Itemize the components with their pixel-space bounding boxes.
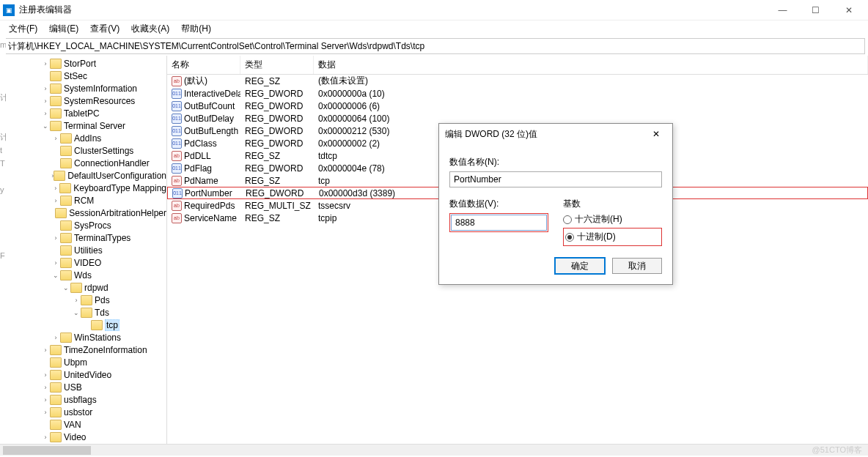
folder-icon <box>59 183 71 193</box>
tree-item[interactable]: Utilities <box>0 244 166 256</box>
folder-icon <box>60 133 72 144</box>
list-row[interactable]: ab(默认)REG_SZ(数值未设置) <box>167 75 868 87</box>
value-icon: 011 <box>172 101 182 111</box>
radio-hex[interactable]: 十六进制(H) <box>563 213 662 226</box>
folder-icon <box>60 270 72 280</box>
menu-edit[interactable]: 编辑(E) <box>45 21 83 37</box>
minimize-button[interactable]: — <box>766 0 799 21</box>
folder-icon <box>50 121 62 131</box>
folder-icon <box>50 345 62 355</box>
tree-item[interactable]: Ubpm <box>0 356 166 368</box>
folder-icon <box>60 258 72 268</box>
address-text: 计算机\HKEY_LOCAL_MACHINE\SYSTEM\CurrentCon… <box>8 40 424 53</box>
radio-dec[interactable]: 十进制(D) <box>565 231 660 243</box>
tree-item[interactable]: ⌄rdpwd <box>0 281 166 294</box>
base-label: 基数 <box>563 198 662 210</box>
tree-item[interactable]: ⌄Wds <box>0 269 166 281</box>
value-icon: 011 <box>172 138 182 149</box>
value-icon: 011 <box>172 188 183 198</box>
value-data-input[interactable] <box>451 215 547 231</box>
watermark: @51CTO博客 <box>812 445 862 456</box>
menu-file[interactable]: 文件(F) <box>4 21 42 37</box>
tree-item[interactable]: ›usbflags <box>0 393 166 406</box>
tree-item[interactable]: ConnectionHandler <box>0 157 166 169</box>
tree-item[interactable]: ›KeyboardType Mapping <box>0 182 166 194</box>
cancel-button[interactable]: 取消 <box>612 258 662 274</box>
tree-item[interactable]: ›WalletService <box>0 443 166 444</box>
tree-item[interactable]: ›Video <box>0 431 166 443</box>
tree-item[interactable]: ›StorPort <box>0 57 166 70</box>
maximize-button[interactable]: ☐ <box>799 0 832 21</box>
tree-item[interactable]: ›SystemInformation <box>0 82 166 94</box>
titlebar: ▣ 注册表编辑器 — ☐ ✕ <box>0 0 868 21</box>
folder-icon <box>60 158 72 168</box>
value-icon: 011 <box>172 89 182 99</box>
window-title: 注册表编辑器 <box>19 4 766 16</box>
list-row[interactable]: 011InteractiveDelayREG_DWORD0x0000000a (… <box>167 87 868 100</box>
tree-item[interactable]: ⌄Terminal Server <box>0 119 166 132</box>
tree-item[interactable]: StSec <box>0 70 166 82</box>
value-icon: ab <box>172 201 182 211</box>
folder-icon <box>50 382 62 393</box>
value-name-input[interactable] <box>449 171 662 187</box>
folder-icon <box>50 71 62 81</box>
tree-item[interactable]: SysProcs <box>0 219 166 231</box>
value-icon: ab <box>172 151 182 161</box>
folder-icon <box>50 420 62 430</box>
value-icon: ab <box>172 176 182 186</box>
tree-item[interactable]: tcp <box>0 319 166 331</box>
folder-icon <box>55 208 67 218</box>
ok-button[interactable]: 确定 <box>555 258 605 274</box>
menu-favorites[interactable]: 收藏夹(A) <box>127 21 174 37</box>
tree-item[interactable]: ›RCM <box>0 194 166 207</box>
folder-icon <box>50 96 62 106</box>
tree-item[interactable]: ›WinStations <box>0 331 166 343</box>
col-name[interactable]: 名称 <box>167 56 240 74</box>
tree-item[interactable]: ›TerminalTypes <box>0 231 166 244</box>
tree-item[interactable]: ›Pds <box>0 294 166 306</box>
col-data[interactable]: 数据 <box>314 56 868 74</box>
value-icon: ab <box>172 76 182 86</box>
folder-icon <box>54 171 65 181</box>
tree-item[interactable]: ›USB <box>0 381 166 393</box>
tree-item[interactable]: SessionArbitrationHelper <box>0 207 166 219</box>
dialog-close-button[interactable]: ✕ <box>646 129 666 139</box>
folder-icon <box>81 308 92 318</box>
folder-icon <box>91 320 103 330</box>
folder-icon <box>50 108 62 119</box>
horizontal-scrollbar[interactable] <box>0 444 868 456</box>
folder-icon <box>81 295 92 305</box>
tree-item[interactable]: ClusterSettings <box>0 144 166 157</box>
value-name-label: 数值名称(N): <box>449 156 662 168</box>
value-icon: 011 <box>172 163 182 174</box>
folder-icon <box>50 432 62 442</box>
tree-item[interactable]: ›TimeZoneInformation <box>0 343 166 356</box>
close-button[interactable]: ✕ <box>832 0 865 21</box>
tree-pane[interactable]: ›StorPortStSec›SystemInformation›SystemR… <box>0 56 167 444</box>
menubar: 文件(F) 编辑(E) 查看(V) 收藏夹(A) 帮助(H) <box>0 21 868 37</box>
tree-item[interactable]: ⌄Tds <box>0 306 166 319</box>
menu-view[interactable]: 查看(V) <box>86 21 124 37</box>
tree-item[interactable]: ›UnitedVideo <box>0 368 166 381</box>
folder-icon <box>50 83 62 94</box>
tree-item[interactable]: ›usbstor <box>0 406 166 418</box>
menu-help[interactable]: 帮助(H) <box>177 21 216 37</box>
list-row[interactable]: 011OutBufCountREG_DWORD0x00000006 (6) <box>167 100 868 112</box>
tree-item[interactable]: VAN <box>0 418 166 431</box>
folder-icon <box>70 283 82 293</box>
address-bar[interactable]: 计算机\HKEY_LOCAL_MACHINE\SYSTEM\CurrentCon… <box>3 38 865 54</box>
tree-item[interactable]: ›DefaultUserConfiguration <box>0 169 166 182</box>
col-type[interactable]: 类型 <box>240 56 314 74</box>
value-icon: 011 <box>172 114 182 124</box>
tree-item[interactable]: ›TabletPC <box>0 107 166 119</box>
folder-icon <box>50 395 62 405</box>
tree-item[interactable]: ›SystemResources <box>0 94 166 107</box>
tree-item[interactable]: ›AddIns <box>0 132 166 144</box>
folder-icon <box>60 220 72 231</box>
list-header: 名称 类型 数据 <box>167 56 868 75</box>
folder-icon <box>60 233 72 243</box>
folder-icon <box>50 370 62 380</box>
folder-icon <box>50 407 62 417</box>
app-icon: ▣ <box>3 4 15 16</box>
tree-item[interactable]: ›VIDEO <box>0 256 166 269</box>
